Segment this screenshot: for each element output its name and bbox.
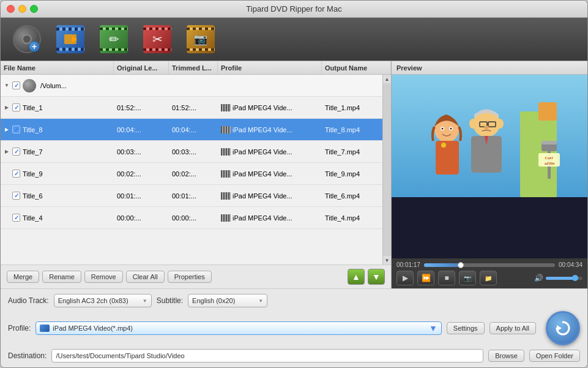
svg-text:Ellie: Ellie xyxy=(546,161,555,166)
row-original: 01:52:... xyxy=(114,97,169,118)
subtitle-dropdown-arrow: ▼ xyxy=(258,298,263,304)
group-filename: ▼ /Volum... xyxy=(1,75,114,96)
th-filename: File Name xyxy=(1,61,114,74)
row-filename: ▶ Title_1 xyxy=(1,97,114,118)
destination-label: Destination: xyxy=(8,351,47,360)
merge-button[interactable]: Merge xyxy=(7,271,39,283)
minimize-button[interactable] xyxy=(18,5,26,13)
row-checkbox[interactable] xyxy=(12,214,20,222)
camera-button[interactable]: 📷 xyxy=(459,271,476,285)
row-checkbox[interactable] xyxy=(12,170,20,178)
row-profile: iPad MPEG4 Vide... xyxy=(218,163,322,184)
table-row[interactable]: ▶ Title_9 00:02:... 00:02:... iPad MPEG4… xyxy=(1,163,382,185)
settings-button[interactable]: Settings xyxy=(447,322,485,334)
row-checkbox[interactable] xyxy=(12,126,20,133)
refresh-convert-button[interactable] xyxy=(546,311,580,345)
row-profile: iPad MPEG4 Vide... xyxy=(218,97,322,118)
table-row[interactable]: ▶ Title_8 00:04:... 00:04:... iPad MPEG4… xyxy=(1,119,382,141)
row-output: Title_7.mp4 xyxy=(322,141,382,162)
scroll-down-arrow[interactable]: ▼ xyxy=(383,256,392,265)
row-original: 00:03:... xyxy=(114,141,169,162)
profile-film-icon xyxy=(221,214,231,222)
row-expand-arrow[interactable]: ▶ xyxy=(4,105,10,111)
play-button[interactable]: ▶ xyxy=(396,271,414,285)
svg-point-14 xyxy=(484,126,489,129)
row-expand-arrow[interactable]: ▶ xyxy=(4,127,10,133)
volume-track[interactable] xyxy=(546,277,582,280)
clear-all-button[interactable]: Clear All xyxy=(126,271,165,283)
progress-track[interactable] xyxy=(424,263,555,267)
th-trimmed: Trimmed L... xyxy=(169,61,218,74)
scrollbar[interactable]: ▲ ▼ xyxy=(382,75,391,265)
svg-point-20 xyxy=(442,128,444,130)
profile-film-icon xyxy=(221,126,231,133)
row-checkbox[interactable] xyxy=(12,103,20,111)
profile-film-icon xyxy=(221,170,231,178)
remove-button[interactable]: Remove xyxy=(84,271,123,283)
scroll-up-arrow[interactable]: ▲ xyxy=(383,75,392,83)
maximize-button[interactable] xyxy=(30,5,38,13)
svg-point-22 xyxy=(450,128,452,130)
row-expand-arrow[interactable]: ▶ xyxy=(4,149,10,155)
group-header-row[interactable]: ▼ /Volum... xyxy=(1,75,382,97)
open-folder-button[interactable]: Open Folder xyxy=(529,350,580,362)
row-filename: ▶ Title_7 xyxy=(1,141,114,162)
row-profile: iPad MPEG4 Vide... xyxy=(218,207,322,228)
table-header: File Name Original Le... Trimmed L... Pr… xyxy=(1,61,391,75)
close-button[interactable] xyxy=(7,5,15,13)
row-trimmed: 00:00:... xyxy=(169,207,218,228)
table-row[interactable]: ▶ Title_6 00:01:... 00:01:... iPad MPEG4… xyxy=(1,185,382,207)
row-name: Title_1 xyxy=(23,104,43,111)
snapshot-button[interactable]: 📷 xyxy=(184,23,218,55)
row-trimmed: 00:03:... xyxy=(169,141,218,162)
row-original: 00:01:... xyxy=(114,185,169,206)
preview-area: Preview xyxy=(392,61,587,288)
table-row[interactable]: ▶ Title_7 00:03:... 00:03:... iPad MPEG4… xyxy=(1,141,382,163)
rename-button[interactable]: Rename xyxy=(42,271,81,283)
subtitle-select[interactable]: English (0x20) ▼ xyxy=(188,294,267,307)
table-row[interactable]: ▶ Title_1 01:52:... 01:52:... iPad MPEG4… xyxy=(1,97,382,119)
row-output: Title_4.mp4 xyxy=(322,207,382,228)
table-row[interactable]: ▶ Title_4 00:00:... 00:00:... iPad MPEG4… xyxy=(1,207,382,229)
row-checkbox[interactable] xyxy=(12,192,20,200)
table-rows-area: ▼ /Volum... ▶ xyxy=(1,75,382,265)
group-expand-arrow[interactable]: ▼ xyxy=(4,83,10,89)
profile-select[interactable]: iPad MPEG4 Video(*.mp4) ▼ xyxy=(35,321,441,335)
browse-button[interactable]: Browse xyxy=(488,350,524,362)
progress-thumb[interactable] xyxy=(458,262,464,268)
volume-thumb[interactable] xyxy=(572,275,578,281)
properties-button[interactable]: Properties xyxy=(168,271,212,283)
row-checkbox[interactable] xyxy=(12,148,20,156)
row-name: Title_8 xyxy=(23,126,43,133)
svg-point-15 xyxy=(469,119,477,129)
row-trimmed: 00:01:... xyxy=(169,185,218,206)
stop-button[interactable]: ■ xyxy=(438,271,455,285)
profile-film-icon xyxy=(221,104,231,111)
time-current: 00:01:17 xyxy=(396,261,420,268)
move-up-button[interactable]: ▲ xyxy=(348,269,365,285)
main-window: Tipard DVD Ripper for Mac + xyxy=(0,0,588,368)
row-filename: ▶ Title_9 xyxy=(1,163,114,184)
fast-forward-button[interactable]: ⏩ xyxy=(417,271,434,285)
preview-video: Carl & Ellie xyxy=(392,75,587,258)
load-video-button[interactable] xyxy=(53,23,87,55)
row-output: Title_6.mp4 xyxy=(322,185,382,206)
row-profile: iPad MPEG4 Vide... xyxy=(218,141,322,162)
row-original: 00:02:... xyxy=(114,163,169,184)
move-down-button[interactable]: ▼ xyxy=(368,269,385,285)
bottom-controls: Audio Track: English AC3 2ch (0x83) ▼ Su… xyxy=(1,288,587,367)
action-bar: Merge Rename Remove Clear All Properties… xyxy=(1,265,391,288)
audio-track-select[interactable]: English AC3 2ch (0x83) ▼ xyxy=(54,294,152,307)
load-dvd-button[interactable]: + xyxy=(10,23,44,55)
apply-to-all-button[interactable]: Apply to All xyxy=(489,322,536,334)
time-bar: 00:01:17 00:04:34 xyxy=(396,261,582,268)
title-bar: Tipard DVD Ripper for Mac xyxy=(1,1,587,18)
audio-label: Audio Track: xyxy=(8,296,49,305)
subtitle-value: English (0x20) xyxy=(192,297,235,304)
group-checkbox[interactable] xyxy=(12,81,20,89)
clip-video-button[interactable]: ✂ xyxy=(140,23,174,55)
folder-button[interactable]: 📁 xyxy=(480,271,497,285)
edit-video-button[interactable]: ✏ xyxy=(97,23,131,55)
time-total: 00:04:34 xyxy=(559,261,582,268)
row-output: Title_1.mp4 xyxy=(322,97,382,118)
